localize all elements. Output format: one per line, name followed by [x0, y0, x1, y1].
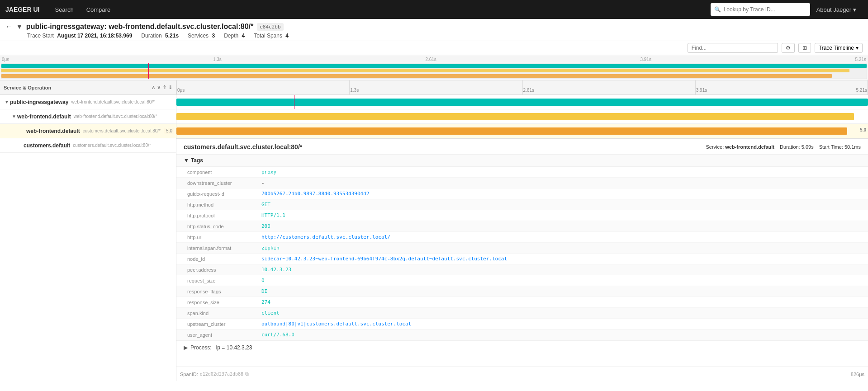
expand-icon[interactable]: ▼: [16, 23, 23, 30]
main-split: Service & Operation ∧ ∨ ⇑ ⇓ ▼ public-ing…: [0, 80, 868, 381]
lookup-input[interactable]: [724, 6, 806, 13]
tag-val[interactable]: sidecar~10.42.3.23~web-frontend-69b64f97…: [258, 254, 868, 264]
tag-val: 10.42.3.23: [258, 264, 868, 275]
tag-row: http.protocolHTTP/1.1: [176, 210, 868, 221]
gantt-bar-0: [176, 99, 868, 106]
span-header: Service & Operation ∧ ∨ ⇑ ⇓: [0, 80, 176, 95]
gantt-row-1[interactable]: [176, 109, 868, 124]
trace-timeline-label: Trace Timeline: [819, 45, 854, 51]
sort-down-icon[interactable]: ∨: [157, 85, 161, 90]
tag-row: request_size0: [176, 275, 868, 286]
span-row[interactable]: ▼ public-ingressgateway web-frontend.def…: [0, 95, 176, 109]
tag-key: internal.span.format: [176, 243, 258, 254]
trace-id-badge: e84c2bb: [257, 23, 283, 31]
mini-bars[interactable]: [1, 63, 867, 79]
tag-key: peer.address: [176, 264, 258, 275]
tag-val[interactable]: outbound|80|v1|customers.default.svc.clu…: [258, 319, 868, 330]
trace-services: Services 3: [188, 33, 215, 39]
detail-header: customers.default.svc.cluster.local:80/*…: [176, 139, 868, 155]
back-button[interactable]: ←: [5, 23, 13, 31]
settings-button[interactable]: ⚙: [782, 43, 795, 53]
gantt-bar-2: [176, 127, 847, 135]
svc-url-2: customers.default.svc.cluster.local:80/*: [83, 128, 161, 133]
process-label: Process:: [190, 344, 212, 351]
about-label: About Jaeger: [816, 6, 851, 13]
expand-all-icon[interactable]: ⇑: [162, 85, 166, 90]
tag-key: http.protocol: [176, 210, 258, 221]
tag-key: user_agent: [176, 330, 258, 340]
copy-icon[interactable]: ⧉: [245, 371, 249, 377]
tags-body: componentproxydownstream_cluster-guid:x-…: [176, 167, 868, 340]
tag-row: downstream_cluster-: [176, 178, 868, 188]
span-row[interactable]: web-frontend.default customers.default.s…: [0, 124, 176, 138]
process-row[interactable]: ▶ Process: ip = 10.42.3.23: [176, 340, 868, 354]
detail-panel: customers.default.svc.cluster.local:80/*…: [176, 138, 868, 367]
sort-icons[interactable]: ∧ ∨ ⇑ ⇓: [152, 85, 172, 90]
chevron-down-icon: ▼: [184, 157, 189, 164]
tag-val[interactable]: http://customers.default.svc.cluster.loc…: [258, 232, 868, 243]
detail-duration-value: 5.09s: [802, 144, 814, 150]
trace-duration: Duration 5.21s: [141, 33, 179, 39]
tag-row: user_agentcurl/7.68.0: [176, 330, 868, 340]
grid-button[interactable]: ⊞: [798, 43, 811, 53]
right-panel: 0μs 1.3s 2.61s 3.91s 5.21s 5.0: [176, 80, 868, 381]
lookup-box: 🔍: [711, 3, 810, 16]
tag-row: node_idsidecar~10.42.3.23~web-frontend-6…: [176, 254, 868, 264]
tags-toggle[interactable]: ▼ Tags: [176, 155, 868, 167]
trace-title: public-ingressgateway: web-frontend.defa…: [26, 23, 253, 31]
trace-header: ← ▼ public-ingressgateway: web-frontend.…: [0, 19, 868, 41]
bottom-svc-name: customers.default: [24, 142, 70, 149]
svc-name-1: web-frontend.default: [17, 113, 71, 120]
tick-4: 5.21s: [855, 57, 866, 62]
tag-val[interactable]: 700b5267-2db0-9897-8840-9355343904d2: [258, 188, 868, 199]
nav-search[interactable]: Search: [48, 0, 80, 19]
about-jaeger-link[interactable]: About Jaeger ▾: [810, 6, 863, 13]
nav-compare[interactable]: Compare: [80, 0, 117, 19]
top-navigation: JAEGER UI Search Compare 🔍 About Jaeger …: [0, 0, 868, 19]
mini-timeline: 0μs 1.3s 2.61s 3.91s 5.21s: [0, 55, 868, 80]
tags-label: Tags: [191, 157, 203, 164]
span-indent-1: ▼: [2, 114, 17, 119]
gantt-bar-1: [176, 113, 854, 120]
toggle-icon-1[interactable]: ▼: [11, 114, 17, 119]
trace-timeline-button[interactable]: Trace Timeline ▾: [815, 43, 863, 53]
tag-row: peer.address10.42.3.23: [176, 264, 868, 275]
gantt-header: 0μs 1.3s 2.61s 3.91s 5.21s: [176, 80, 868, 95]
gantt-row-2[interactable]: 5.0: [176, 124, 868, 138]
tag-key: node_id: [176, 254, 258, 264]
collapse-all-icon[interactable]: ⇓: [168, 85, 172, 90]
gantt-row-0[interactable]: [176, 95, 868, 109]
trace-start-label: Trace Start August 17 2021, 16:18:53.969: [27, 33, 132, 39]
span-row-last: SpanID: d12d02d237a2db88 ⧉ 826μs: [176, 367, 868, 381]
duration-badge-2: 5.0: [164, 128, 174, 134]
find-input[interactable]: [688, 43, 778, 53]
trace-depth: Depth 4: [224, 33, 245, 39]
detail-service-name: web-frontend.default: [725, 144, 774, 150]
tick-0: 0μs: [2, 57, 9, 62]
trace-start-value: August 17 2021, 16:18:53.969: [57, 33, 132, 39]
detail-service-url: customers.default.svc.cluster.local:80/*: [184, 143, 302, 151]
trace-total-spans-value: 4: [285, 33, 289, 39]
tag-row: http.status_code200: [176, 221, 868, 232]
brand-logo: JAEGER UI: [5, 6, 39, 13]
chevron-down-icon: ▾: [853, 6, 856, 13]
tag-val: curl/7.68.0: [258, 330, 868, 340]
trace-total-spans: Total Spans 4: [254, 33, 289, 39]
tag-row: http.urlhttp://customers.default.svc.clu…: [176, 232, 868, 243]
bottom-span-row[interactable]: customers.default customers.default.svc.…: [0, 138, 176, 153]
span-row[interactable]: ▼ web-frontend.default web-frontend.defa…: [0, 109, 176, 124]
sort-up-icon[interactable]: ∧: [152, 85, 155, 90]
service-operation-label: Service & Operation: [4, 85, 51, 90]
toggle-icon-0[interactable]: ▼: [4, 99, 10, 104]
tag-val: HTTP/1.1: [258, 210, 868, 221]
process-value: ip = 10.42.3.23: [216, 344, 252, 351]
chevron-down-icon: ▾: [856, 45, 859, 51]
timeline-ticks: 0μs 1.3s 2.61s 3.91s 5.21s: [0, 57, 868, 62]
bottom-svc-url: customers.default.svc.cluster.local:80/*: [73, 143, 151, 148]
gantt-tick-1: 1.3s: [350, 88, 359, 93]
gantt-rows: 5.0: [176, 95, 868, 138]
trace-toolbar: ⚙ ⊞ Trace Timeline ▾: [0, 41, 868, 55]
tag-row: response_size274: [176, 297, 868, 308]
tag-val: 274: [258, 297, 868, 308]
tick-2: 2.61s: [425, 57, 436, 62]
